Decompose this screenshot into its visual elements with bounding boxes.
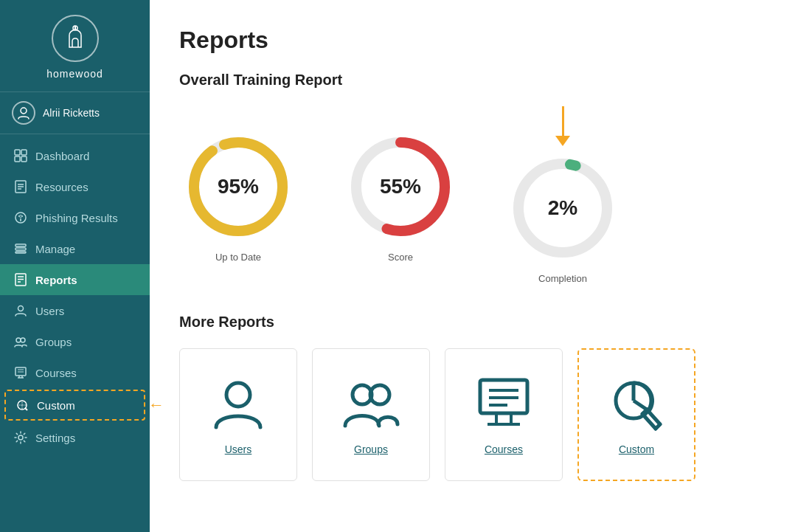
arrow-head <box>555 136 570 146</box>
charts-row: 95% Up to Date 55% Score <box>179 106 782 284</box>
sidebar-item-manage[interactable]: Manage <box>0 233 150 264</box>
svg-line-31 <box>25 408 27 410</box>
sidebar-label-resources: Resources <box>35 181 89 193</box>
chart-percent-up-to-date: 95% <box>218 175 259 198</box>
svg-rect-5 <box>21 156 27 162</box>
report-card-custom[interactable]: Custom <box>577 348 695 481</box>
manage-icon <box>13 241 28 256</box>
sidebar-item-users[interactable]: Users <box>0 295 150 326</box>
report-cards-row: Users Groups <box>179 348 782 481</box>
svg-line-55 <box>656 424 660 429</box>
report-card-label-custom: Custom <box>619 443 654 455</box>
report-card-label-users: Users <box>225 443 252 455</box>
sidebar-label-dashboard: Dashboard <box>35 150 89 162</box>
app-name: homewood <box>46 68 103 80</box>
custom-nav-icon <box>15 398 30 412</box>
sidebar-item-dashboard[interactable]: Dashboard <box>0 140 150 171</box>
courses-nav-icon <box>13 365 28 380</box>
chart-center-completion: 2% <box>548 196 577 220</box>
courses-card-icon <box>474 374 533 433</box>
chart-center-up-to-date: 95% <box>218 175 259 198</box>
sidebar-item-settings[interactable]: Settings <box>0 422 150 453</box>
down-arrow-container <box>555 106 570 146</box>
svg-point-39 <box>226 383 250 407</box>
sidebar-label-custom: Custom <box>37 399 75 412</box>
chart-score: 55% Score <box>341 128 459 263</box>
groups-card-icon <box>341 374 400 433</box>
user-name: Alrii Ricketts <box>43 107 100 119</box>
chart-completion: 2% Completion <box>504 106 622 284</box>
page-title: Reports <box>179 27 782 54</box>
dashboard-icon <box>13 148 28 163</box>
sidebar-label-manage: Manage <box>35 243 75 255</box>
report-card-users[interactable]: Users <box>179 348 297 481</box>
reports-icon <box>13 272 28 287</box>
users-card-icon <box>209 374 268 433</box>
sidebar-label-courses: Courses <box>35 367 77 379</box>
report-card-courses[interactable]: Courses <box>445 348 563 481</box>
chart-label-score: Score <box>388 252 413 263</box>
left-arrow-annotation: ← <box>148 395 164 415</box>
svg-rect-3 <box>21 150 27 155</box>
svg-point-32 <box>18 435 23 440</box>
svg-point-1 <box>21 108 27 114</box>
custom-card-icon <box>607 374 666 433</box>
chart-percent-completion: 2% <box>548 196 577 220</box>
sidebar-item-courses[interactable]: Courses <box>0 357 150 388</box>
report-card-label-courses: Courses <box>485 443 523 455</box>
main-nav: Dashboard Resources <box>0 134 150 532</box>
donut-score: 55% <box>341 128 459 246</box>
sidebar-label-reports: Reports <box>35 274 77 286</box>
sidebar-label-users: Users <box>35 305 64 317</box>
groups-nav-icon <box>13 334 28 349</box>
resources-icon <box>13 179 28 194</box>
logo-icon <box>52 15 99 62</box>
svg-rect-4 <box>15 156 20 162</box>
svg-point-21 <box>21 338 25 342</box>
svg-rect-12 <box>15 244 26 246</box>
more-reports-section: More Reports Users <box>179 314 782 481</box>
sidebar-item-reports[interactable]: Reports <box>0 264 150 295</box>
arrow-line <box>562 106 564 136</box>
svg-point-20 <box>16 338 21 342</box>
avatar <box>12 101 35 125</box>
sidebar-label-groups: Groups <box>35 336 72 348</box>
chart-center-score: 55% <box>380 175 421 198</box>
sidebar-item-custom[interactable]: Custom ← <box>4 390 145 421</box>
chart-label-completion: Completion <box>538 273 587 284</box>
sidebar-item-resources[interactable]: Resources <box>0 171 150 202</box>
chart-label-up-to-date: Up to Date <box>215 252 261 263</box>
sidebar-label-phishing: Phishing Results <box>35 212 118 224</box>
users-nav-icon <box>13 303 28 318</box>
report-card-label-groups: Groups <box>354 443 388 455</box>
overall-training-section: Overall Training Report 95% Up to Date <box>179 72 782 284</box>
logo-section: homewood <box>0 0 150 92</box>
svg-rect-13 <box>15 248 26 250</box>
user-section: Alrii Ricketts <box>0 92 150 134</box>
svg-rect-2 <box>15 150 20 155</box>
donut-completion: 2% <box>504 149 622 267</box>
svg-point-19 <box>18 306 24 311</box>
report-card-groups[interactable]: Groups <box>312 348 430 481</box>
phishing-icon <box>13 210 28 225</box>
chart-percent-score: 55% <box>380 175 421 198</box>
chart-up-to-date: 95% Up to Date <box>179 128 297 263</box>
main-content: Reports Overall Training Report 95% Up t… <box>150 0 812 532</box>
sidebar-item-phishing-results[interactable]: Phishing Results <box>0 202 150 233</box>
sidebar: homewood Alrii Ricketts Dashboard <box>0 0 150 532</box>
donut-up-to-date: 95% <box>179 128 297 246</box>
settings-icon <box>13 430 28 445</box>
sidebar-label-settings: Settings <box>35 432 75 444</box>
more-reports-title: More Reports <box>179 314 782 331</box>
overall-training-title: Overall Training Report <box>179 72 782 89</box>
sidebar-item-groups[interactable]: Groups <box>0 326 150 357</box>
svg-rect-14 <box>15 252 26 253</box>
